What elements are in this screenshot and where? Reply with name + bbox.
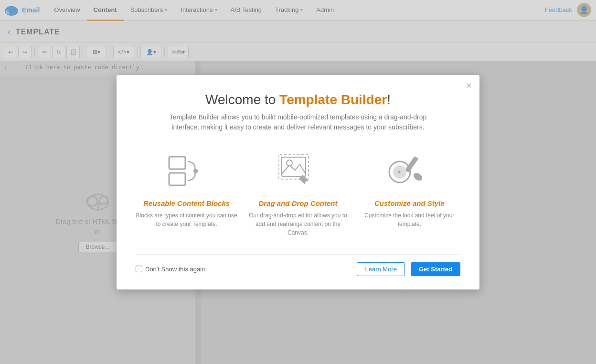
get-started-button[interactable]: Get Started — [411, 262, 460, 276]
feature-reusable: Reusable Content Blocks Blocks are types… — [136, 150, 237, 237]
modal-dialog: × Welcome to Template Builder! Template … — [117, 75, 479, 289]
modal-close-button[interactable]: × — [466, 81, 472, 90]
modal-title: Welcome to Template Builder! — [136, 92, 460, 107]
feature-reusable-title: Reusable Content Blocks — [143, 199, 230, 207]
customize-icon: ✦ — [385, 150, 433, 193]
dragdrop-icon — [274, 150, 322, 193]
feature-dragdrop-title: Drag and Drop Content — [258, 199, 337, 207]
feature-customize-desc: Customize the look and feel of your temp… — [359, 211, 460, 228]
learn-more-button[interactable]: Learn More — [357, 262, 404, 276]
feature-dragdrop: Drag and Drop Content Our drag-and-drop … — [247, 150, 349, 237]
feature-customize: ✦ Customize and Style Customize the look… — [359, 150, 460, 237]
svg-rect-13 — [279, 154, 309, 179]
svg-rect-14 — [282, 157, 306, 176]
modal-overlay[interactable]: × Welcome to Template Builder! Template … — [0, 0, 596, 364]
svg-rect-10 — [169, 173, 185, 185]
feature-reusable-desc: Blocks are types of content you can use … — [136, 211, 237, 228]
svg-text:✦: ✦ — [396, 168, 402, 176]
dont-show-label[interactable]: Don't Show this again — [145, 266, 205, 273]
feature-dragdrop-desc: Our drag-and-drop editor allows you to a… — [247, 211, 349, 237]
features-grid: Reusable Content Blocks Blocks are types… — [136, 150, 460, 237]
dont-show-checkbox[interactable] — [136, 266, 142, 272]
modal-footer: Don't Show this again Learn More Get Sta… — [136, 254, 460, 276]
modal-subtitle: Template Builder allows you to build mob… — [160, 112, 436, 132]
svg-rect-9 — [169, 157, 185, 169]
dont-show-wrap: Don't Show this again — [136, 266, 205, 273]
svg-point-18 — [412, 171, 424, 182]
reusable-icon — [163, 150, 211, 193]
feature-customize-title: Customize and Style — [374, 199, 445, 207]
